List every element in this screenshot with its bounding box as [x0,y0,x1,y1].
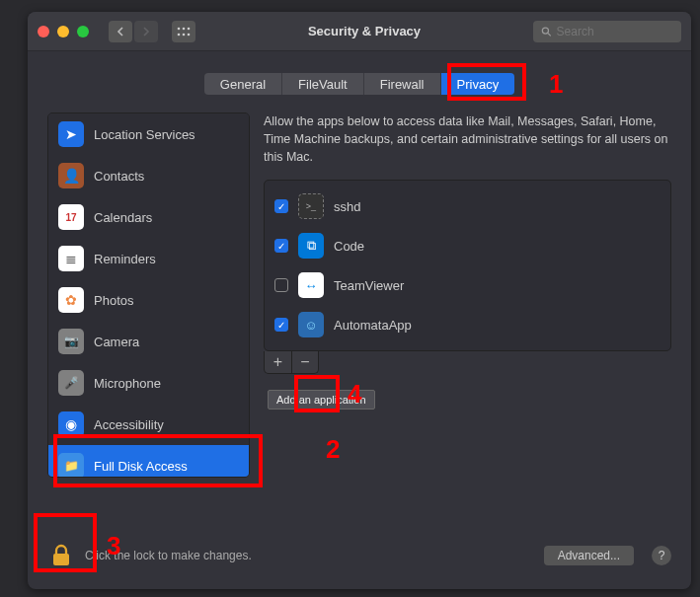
svg-point-5 [188,33,191,36]
sidebar-item-label: Full Disk Access [94,459,188,474]
sidebar-item-photos[interactable]: ✿ Photos [48,279,249,321]
search-input[interactable] [557,25,673,38]
reminders-icon: ≣ [58,246,84,271]
checkbox[interactable] [274,278,288,292]
app-name: Code [334,239,364,254]
calendar-icon: 17 [58,204,84,230]
svg-point-3 [178,33,181,36]
app-list[interactable]: ✓ >_ sshd ✓ ⧉ Code ↔ TeamViewer ✓ ☺ [264,180,671,351]
location-icon: ➤ [58,121,84,147]
window-title: Security & Privacy [205,24,523,38]
lock-icon [50,544,72,567]
tab-filevault[interactable]: FileVault [282,73,364,95]
teamviewer-icon: ↔ [298,272,324,298]
show-all-button[interactable] [172,21,195,42]
prefs-window: Security & Privacy General FileVault Fir… [28,12,691,589]
app-row-sshd[interactable]: ✓ >_ sshd [265,187,670,226]
checkbox[interactable]: ✓ [274,199,288,213]
sidebar-item-reminders[interactable]: ≣ Reminders [48,238,249,279]
svg-point-0 [178,27,181,30]
svg-point-1 [183,27,186,30]
checkbox[interactable]: ✓ [274,318,288,332]
add-remove-bar: + − [264,351,319,374]
zoom-button[interactable] [77,26,89,37]
lock-text: Click the lock to make changes. [85,549,534,562]
detail-pane: Allow the apps below to access data like… [264,112,671,478]
window-controls [38,26,89,37]
add-button[interactable]: + [265,351,291,373]
folder-icon: 📁 [58,453,84,478]
app-name: AutomataApp [334,318,412,333]
app-row-automata[interactable]: ✓ ☺ AutomataApp [265,305,670,344]
sidebar-item-label: Accessibility [94,417,164,432]
accessibility-icon: ◉ [58,411,84,437]
sidebar-item-label: Location Services [94,127,195,142]
help-button[interactable]: ? [652,546,671,565]
sidebar-item-label: Contacts [94,169,144,184]
svg-point-6 [542,28,548,34]
camera-icon: 📷 [58,329,84,354]
app-row-teamviewer[interactable]: ↔ TeamViewer [265,265,670,305]
terminal-icon: >_ [298,193,324,219]
sidebar-item-label: Calendars [94,210,152,225]
photos-icon: ✿ [58,287,84,313]
tab-general[interactable]: General [204,73,282,95]
sidebar-item-accessibility[interactable]: ◉ Accessibility [48,404,249,445]
category-sidebar[interactable]: ➤ Location Services 👤 Contacts 17 Calend… [47,112,250,478]
description-text: Allow the apps below to access data like… [264,112,671,166]
svg-line-7 [548,33,551,36]
svg-point-4 [183,33,186,36]
microphone-icon: 🎤 [58,370,84,396]
vscode-icon: ⧉ [298,233,324,259]
sidebar-item-contacts[interactable]: 👤 Contacts [48,155,249,196]
robot-icon: ☺ [298,312,324,337]
app-name: TeamViewer [334,278,404,293]
minimize-button[interactable] [57,26,69,37]
tooltip: Add an application [268,390,375,410]
lock-button[interactable] [47,542,75,569]
svg-point-2 [188,27,191,30]
svg-rect-8 [53,554,69,565]
sidebar-item-full-disk-access[interactable]: 📁 Full Disk Access [48,445,249,478]
contacts-icon: 👤 [58,163,84,188]
back-button[interactable] [109,21,132,42]
sidebar-item-microphone[interactable]: 🎤 Microphone [48,362,249,404]
sidebar-item-location[interactable]: ➤ Location Services [48,113,249,155]
titlebar: Security & Privacy [28,12,691,51]
app-name: sshd [334,199,360,214]
sidebar-item-camera[interactable]: 📷 Camera [48,321,249,362]
sidebar-item-label: Reminders [94,252,156,266]
nav-buttons [109,21,158,42]
tab-bar: General FileVault Firewall Privacy [28,73,691,95]
footer: Click the lock to make changes. Advanced… [47,542,671,569]
remove-button[interactable]: − [291,351,318,373]
sidebar-item-label: Microphone [94,376,161,391]
search-field[interactable] [533,21,681,42]
sidebar-item-label: Camera [94,335,139,349]
tab-privacy[interactable]: Privacy [441,73,515,95]
content: ➤ Location Services 👤 Contacts 17 Calend… [47,112,671,478]
close-button[interactable] [38,26,49,37]
search-icon [541,26,552,37]
sidebar-item-label: Photos [94,293,133,308]
tab-firewall[interactable]: Firewall [364,73,441,95]
forward-button[interactable] [134,21,158,42]
checkbox[interactable]: ✓ [274,239,288,253]
advanced-button[interactable]: Advanced... [544,546,634,565]
sidebar-item-calendars[interactable]: 17 Calendars [48,196,249,238]
app-row-code[interactable]: ✓ ⧉ Code [265,226,670,265]
